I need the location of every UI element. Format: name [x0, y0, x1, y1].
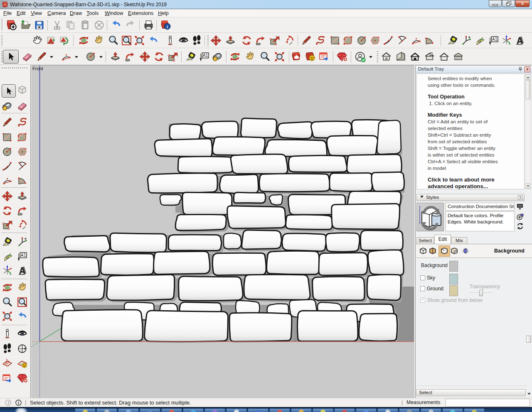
- svg-text:A1: A1: [203, 53, 208, 58]
- svg-text:i: i: [167, 25, 168, 29]
- svg-text:A1: A1: [21, 253, 26, 258]
- svg-text:A1: A1: [492, 37, 498, 42]
